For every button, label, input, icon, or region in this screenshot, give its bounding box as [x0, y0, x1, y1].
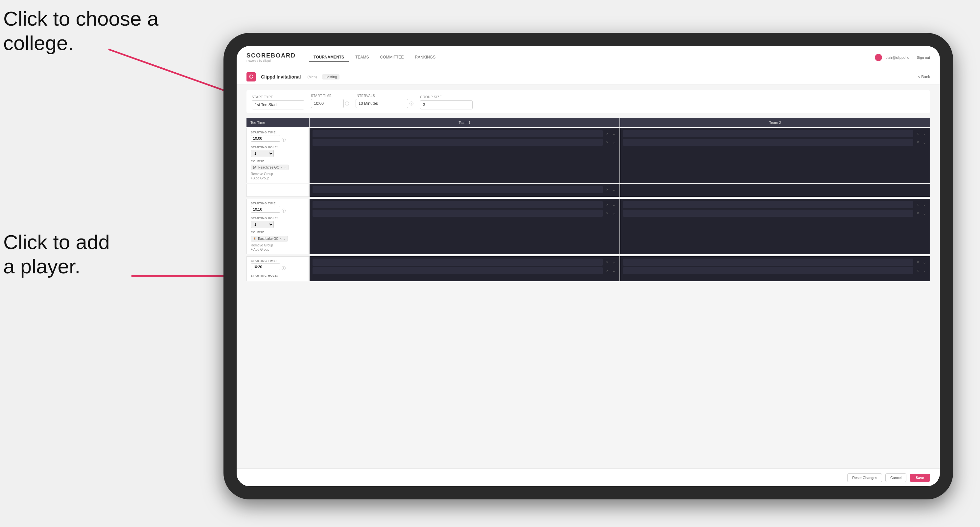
sub-header: C Clippd Invitational (Men) Hosting < Ba…: [237, 69, 940, 85]
group3-t1-v2[interactable]: ⌄: [611, 268, 617, 273]
group2-start-time-input[interactable]: [251, 206, 280, 213]
group2-course-label: COURSE:: [251, 231, 305, 234]
group1-t1-actions2: × ⌄: [605, 140, 617, 145]
group3-t2-x1[interactable]: ×: [915, 260, 921, 265]
start-type-select[interactable]: 1st Tee Start: [252, 100, 304, 110]
group1-time-info-icon: i: [282, 138, 286, 141]
nav-right: blair@clippd.io | Sign out: [875, 54, 930, 61]
group2-team1-cell: × ⌄ × ⌄: [310, 199, 619, 254]
group1-course-edit[interactable]: ⌄: [284, 166, 286, 169]
annotation-top-line2: college.: [3, 32, 74, 54]
group2-t1-slot2[interactable]: [313, 210, 603, 217]
group2-t2-v2[interactable]: ⌄: [922, 211, 927, 216]
intervals-info-icon: i: [409, 102, 414, 105]
nav-tournaments[interactable]: TOURNAMENTS: [309, 53, 349, 62]
group1-hole-select[interactable]: 1: [251, 150, 274, 157]
tournament-type: (Men): [307, 75, 317, 79]
back-button[interactable]: < Back: [918, 75, 930, 79]
group3-t2-x2[interactable]: ×: [915, 268, 921, 273]
group1-team1-player1: × ⌄: [313, 130, 617, 137]
group2-t1-slot1[interactable]: [313, 201, 603, 208]
group1-course-team1: × ⌄: [310, 184, 619, 197]
group2-t2-slot1[interactable]: [623, 201, 913, 208]
group2-t1-v2[interactable]: ⌄: [611, 211, 617, 216]
group3-team2-cell: × ⌄ × ⌄: [620, 256, 930, 281]
group1-t1-slot1[interactable]: [313, 130, 603, 137]
group1-start-time-input[interactable]: [251, 135, 280, 141]
group1-t2-slot1[interactable]: [623, 130, 913, 137]
clippd-logo: C: [247, 72, 256, 81]
save-button[interactable]: Save: [910, 474, 930, 482]
group2-t2-x2[interactable]: ×: [915, 211, 921, 216]
group-row-1: STARTING TIME: i STARTING HOLE: 1 COURSE…: [247, 128, 930, 183]
group2-add-link[interactable]: + Add Group: [251, 248, 305, 251]
group3-t2-slot2[interactable]: [623, 267, 913, 275]
group1-course-remove[interactable]: ×: [280, 166, 282, 169]
nav-rankings[interactable]: RANKINGS: [410, 53, 440, 62]
start-time-label: Start Time: [311, 94, 349, 98]
group3-time-info-icon: i: [282, 266, 286, 270]
cancel-button[interactable]: Cancel: [885, 473, 906, 482]
settings-row: Start Type 1st Tee Start Start Time i In…: [247, 90, 930, 113]
nav-bar: SCOREBOARD Powered by clippd TOURNAMENTS…: [237, 46, 940, 69]
group-size-field: Group Size 3: [420, 95, 473, 110]
tablet-device: SCOREBOARD Powered by clippd TOURNAMENTS…: [223, 33, 953, 499]
group3-t1-x2[interactable]: ×: [605, 268, 610, 273]
group1-t2-expand1[interactable]: ⌄: [922, 131, 927, 137]
reset-changes-button[interactable]: Reset Changes: [847, 473, 882, 482]
group3-left: STARTING TIME: i STARTING HOLE:: [247, 256, 309, 281]
group2-team1-player2: × ⌄: [313, 210, 617, 217]
group3-t2-slot1[interactable]: [623, 259, 913, 266]
group2-remove-link[interactable]: Remove Group: [251, 243, 305, 247]
group1-course-t1-v1[interactable]: ⌄: [611, 187, 617, 192]
group1-t2-slot2[interactable]: [623, 139, 913, 146]
group3-t2-v1[interactable]: ⌄: [922, 260, 927, 265]
group1-t1-slot2[interactable]: [313, 139, 603, 146]
group1-add-link[interactable]: + Add Group: [251, 176, 305, 180]
group1-t1-expand2[interactable]: ⌄: [611, 140, 617, 145]
group2-t2-slot2[interactable]: [623, 210, 913, 217]
group1-course-tag[interactable]: (A) Peachtree GC × ⌄: [251, 165, 288, 170]
group3-t2-v2[interactable]: ⌄: [922, 268, 927, 273]
group3-team1-cell: × ⌄ × ⌄: [310, 256, 619, 281]
group2-t1-v1[interactable]: ⌄: [611, 202, 617, 207]
group3-t1-v1[interactable]: ⌄: [611, 260, 617, 265]
group1-t1-close1[interactable]: ×: [605, 131, 610, 137]
group1-t1-close2[interactable]: ×: [605, 140, 610, 145]
group1-t1-expand1[interactable]: ⌄: [611, 131, 617, 137]
group2-t2-v1[interactable]: ⌄: [922, 202, 927, 207]
table-header-row: Tee Time Team 1 Team 2: [247, 118, 930, 127]
start-type-label: Start Type: [252, 95, 304, 99]
group2-hole-select[interactable]: 1: [251, 221, 274, 228]
nav-signout[interactable]: Sign out: [917, 56, 930, 59]
nav-committee[interactable]: COMMITTEE: [375, 53, 408, 62]
group2-course-tag[interactable]: 🏌 East Lake GC × ⌄: [251, 236, 288, 241]
intervals-select[interactable]: 10 Minutes: [356, 99, 408, 108]
group2-course-edit[interactable]: ⌄: [283, 237, 286, 241]
group2-team2-cell: × ⌄ × ⌄: [620, 199, 930, 254]
group2-t2-x1[interactable]: ×: [915, 202, 921, 207]
group1-t2-expand2[interactable]: ⌄: [922, 140, 927, 145]
group2-course-remove[interactable]: ×: [280, 237, 282, 241]
group-size-select[interactable]: 3: [420, 100, 473, 110]
group3-t1-slot1[interactable]: [313, 259, 603, 266]
group2-t1-x1[interactable]: ×: [605, 202, 610, 207]
group1-course-t1-x1[interactable]: ×: [605, 187, 610, 192]
hosting-badge: Hosting: [322, 74, 339, 79]
group3-t1-slot2[interactable]: [313, 267, 603, 275]
group1-t2-close2[interactable]: ×: [915, 140, 921, 145]
group1-start-time-label: STARTING TIME:: [251, 131, 305, 134]
start-time-input[interactable]: [311, 99, 344, 108]
group3-hole-label: STARTING HOLE:: [251, 274, 305, 277]
group3-t1-x1[interactable]: ×: [605, 260, 610, 265]
group1-remove-link[interactable]: Remove Group: [251, 172, 305, 176]
group3-start-time-input[interactable]: [251, 264, 280, 270]
nav-links: TOURNAMENTS TEAMS COMMITTEE RANKINGS: [309, 53, 875, 62]
group1-course-t1-slot1[interactable]: [313, 186, 603, 193]
group1-t2-close1[interactable]: ×: [915, 131, 921, 137]
header-team1: Team 1: [310, 118, 619, 127]
group2-t1-x2[interactable]: ×: [605, 211, 610, 216]
nav-teams[interactable]: TEAMS: [351, 53, 373, 62]
group1-hole-label: STARTING HOLE:: [251, 146, 305, 149]
tournament-name: Clippd Invitational: [261, 74, 301, 79]
